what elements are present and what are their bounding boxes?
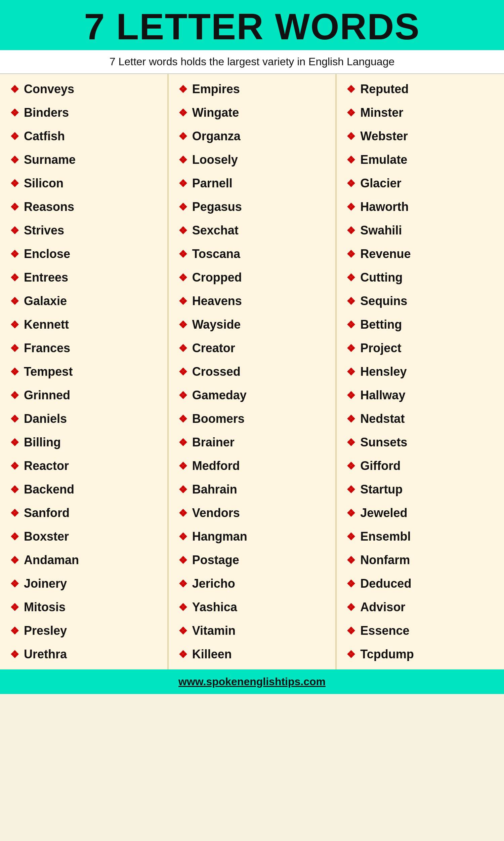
list-item: ❖Killeen xyxy=(168,642,336,666)
diamond-icon: ❖ xyxy=(178,248,187,260)
list-item: ❖Boomers xyxy=(168,407,336,431)
word-text: Haworth xyxy=(360,200,409,214)
word-text: Postage xyxy=(192,553,239,567)
diamond-icon: ❖ xyxy=(178,601,187,613)
list-item: ❖Presley xyxy=(0,619,168,642)
list-item: ❖Catfish xyxy=(0,124,168,148)
word-text: Backend xyxy=(24,482,74,497)
list-item: ❖Conveys xyxy=(0,78,168,101)
word-text: Reactor xyxy=(24,459,69,473)
list-item: ❖Essence xyxy=(336,619,504,642)
list-item: ❖Joinery xyxy=(0,572,168,596)
diamond-icon: ❖ xyxy=(346,413,356,425)
diamond-icon: ❖ xyxy=(178,649,187,660)
list-item: ❖Parnell xyxy=(168,172,336,195)
diamond-icon: ❖ xyxy=(10,531,19,543)
diamond-icon: ❖ xyxy=(178,437,187,448)
word-text: Glacier xyxy=(360,176,401,190)
diamond-icon: ❖ xyxy=(10,484,19,496)
list-item: ❖Yashica xyxy=(168,596,336,619)
list-item: ❖Project xyxy=(336,337,504,360)
word-text: Minster xyxy=(360,106,403,120)
word-text: Reasons xyxy=(24,200,74,214)
list-item: ❖Haworth xyxy=(336,195,504,219)
word-text: Gifford xyxy=(360,459,400,473)
diamond-icon: ❖ xyxy=(178,460,187,472)
list-item: ❖Tempest xyxy=(0,360,168,383)
diamond-icon: ❖ xyxy=(346,366,356,378)
list-item: ❖Empires xyxy=(168,78,336,101)
diamond-icon: ❖ xyxy=(346,437,356,448)
word-text: Medford xyxy=(192,459,240,473)
diamond-icon: ❖ xyxy=(346,295,356,307)
header: 7 LETTER WORDS xyxy=(0,0,504,50)
list-item: ❖Surname xyxy=(0,148,168,172)
footer: www.spokenenglishtips.com xyxy=(0,669,504,694)
word-text: Sexchat xyxy=(192,223,238,238)
list-item: ❖Cropped xyxy=(168,266,336,289)
diamond-icon: ❖ xyxy=(10,225,19,237)
word-text: Yashica xyxy=(192,600,237,614)
footer-link[interactable]: www.spokenenglishtips.com xyxy=(178,675,326,688)
diamond-icon: ❖ xyxy=(178,131,187,142)
list-item: ❖Billing xyxy=(0,431,168,454)
diamond-icon: ❖ xyxy=(10,390,19,401)
diamond-icon: ❖ xyxy=(346,531,356,543)
list-item: ❖Minster xyxy=(336,101,504,124)
list-item: ❖Andaman xyxy=(0,548,168,572)
word-text: Urethra xyxy=(24,647,67,662)
list-item: ❖Sexchat xyxy=(168,219,336,242)
diamond-icon: ❖ xyxy=(178,531,187,543)
list-item: ❖Pegasus xyxy=(168,195,336,219)
word-text: Vitamin xyxy=(192,624,236,638)
footer-url[interactable]: www.spokenenglishtips.com xyxy=(178,675,326,688)
diamond-icon: ❖ xyxy=(10,366,19,378)
main-title: 7 LETTER WORDS xyxy=(3,6,501,47)
list-item: ❖Startup xyxy=(336,478,504,501)
word-column-1: ❖Conveys❖Binders❖Catfish❖Surname❖Silicon… xyxy=(0,74,168,669)
word-text: Wingate xyxy=(192,106,239,120)
word-text: Binders xyxy=(24,106,69,120)
diamond-icon: ❖ xyxy=(346,554,356,566)
word-text: Brainer xyxy=(192,435,235,449)
list-item: ❖Betting xyxy=(336,313,504,337)
list-item: ❖Brainer xyxy=(168,431,336,454)
list-item: ❖Frances xyxy=(0,337,168,360)
diamond-icon: ❖ xyxy=(10,601,19,613)
list-item: ❖Ensembl xyxy=(336,525,504,548)
word-column-3: ❖Reputed❖Minster❖Webster❖Emulate❖Glacier… xyxy=(336,74,504,669)
list-item: ❖Hangman xyxy=(168,525,336,548)
diamond-icon: ❖ xyxy=(10,578,19,590)
list-item: ❖Sanford xyxy=(0,501,168,525)
word-text: Sanford xyxy=(24,506,70,520)
word-text: Empires xyxy=(192,82,240,96)
word-text: Crossed xyxy=(192,365,240,379)
word-text: Creator xyxy=(192,341,235,355)
diamond-icon: ❖ xyxy=(10,83,19,95)
diamond-icon: ❖ xyxy=(346,154,356,166)
list-item: ❖Backend xyxy=(0,478,168,501)
word-text: Conveys xyxy=(24,82,74,96)
list-item: ❖Entrees xyxy=(0,266,168,289)
list-item: ❖Vitamin xyxy=(168,619,336,642)
word-text: Jeweled xyxy=(360,506,407,520)
list-item: ❖Bahrain xyxy=(168,478,336,501)
word-text: Gameday xyxy=(192,388,247,402)
list-item: ❖Reactor xyxy=(0,454,168,478)
diamond-icon: ❖ xyxy=(10,625,19,637)
content-area: ❖Conveys❖Binders❖Catfish❖Surname❖Silicon… xyxy=(0,74,504,669)
diamond-icon: ❖ xyxy=(10,178,19,189)
word-text: Daniels xyxy=(24,412,67,426)
word-text: Tempest xyxy=(24,365,73,379)
diamond-icon: ❖ xyxy=(178,390,187,401)
word-text: Revenue xyxy=(360,247,411,261)
word-text: Swahili xyxy=(360,223,402,238)
subtitle: 7 Letter words holds the largest variety… xyxy=(0,50,504,74)
list-item: ❖Kennett xyxy=(0,313,168,337)
list-item: ❖Urethra xyxy=(0,642,168,666)
word-text: Ensembl xyxy=(360,530,411,544)
diamond-icon: ❖ xyxy=(10,342,19,354)
list-item: ❖Galaxie xyxy=(0,289,168,313)
diamond-icon: ❖ xyxy=(178,154,187,166)
diamond-icon: ❖ xyxy=(10,131,19,142)
